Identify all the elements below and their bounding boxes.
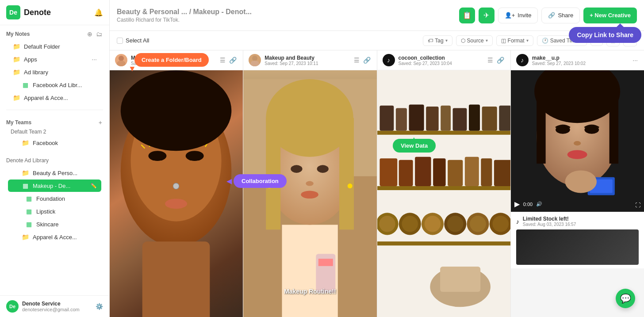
topbar-subtitle: Castillo Richard for TikTok. xyxy=(117,17,252,23)
create-folder-callout: Create a Folder/Board xyxy=(134,53,209,67)
card-title-group-2: Makeup and Beauty Saved: Sep 27, 2023 10… xyxy=(264,55,349,66)
breadcrumb-sep: / xyxy=(189,8,193,15)
sidebar-item-lipstick[interactable]: ▦ Lipstick xyxy=(8,205,101,218)
format-icon: ◫ xyxy=(501,38,506,44)
user-email: denoteservice@gmail.com xyxy=(22,307,92,312)
tag-icon: 🏷 xyxy=(428,38,433,44)
board-icon: ▦ xyxy=(25,221,33,228)
notes-btn[interactable]: 📋 xyxy=(459,8,475,23)
sidebar-item-makeup-de[interactable]: ▦ Makeup - De... ✏️ xyxy=(8,180,101,192)
chevron-down-icon: ▾ xyxy=(526,38,529,43)
svg-point-66 xyxy=(447,216,463,232)
sidebar: De Denote 🔔 My Notes ⊕ 🗂 📁 Default Folde… xyxy=(0,0,110,317)
sidebar-item-apps[interactable]: 📁 Apps ··· xyxy=(8,53,101,65)
svg-rect-29 xyxy=(339,118,354,230)
svg-rect-77 xyxy=(609,92,618,164)
play-button[interactable]: ▶ xyxy=(514,200,520,208)
topbar: Beauty & Personal ... / Makeup - Denot..… xyxy=(110,0,644,31)
sidebar-item-apparel[interactable]: 📁 Apparel & Acce... xyxy=(8,92,101,104)
sidebar-item-label: Ad library xyxy=(24,69,97,76)
shelf-svg xyxy=(377,70,510,317)
denote-ad-library-section: Denote Ad Library 📁 Beauty & Perso... ▦ … xyxy=(0,151,109,245)
svg-rect-55 xyxy=(448,160,463,186)
format-filter[interactable]: ◫ Format ▾ xyxy=(496,35,533,46)
sidebar-item-label: Facebook Ad Libr... xyxy=(33,82,97,88)
sidebar-item-foundation[interactable]: ▦ Foundation xyxy=(8,192,101,205)
card-image-1 xyxy=(110,70,243,317)
card-link-btn-2[interactable]: 🔗 xyxy=(362,56,372,65)
folder-icon: 📁 xyxy=(12,56,20,63)
svg-rect-49 xyxy=(482,107,497,131)
svg-point-32 xyxy=(306,181,314,186)
bell-icon[interactable]: 🔔 xyxy=(94,8,103,17)
sidebar-item-label: Apparel & Acce... xyxy=(33,234,97,241)
invite-btn[interactable]: 👤+ Invite xyxy=(498,8,538,23)
add-note-btn[interactable]: ⊕ xyxy=(86,30,93,38)
card-link-btn-1[interactable]: 🔗 xyxy=(228,56,238,65)
board-icon: ▦ xyxy=(25,195,33,202)
sidebar-item-beauty[interactable]: 📁 Beauty & Perso... xyxy=(8,167,101,179)
share-btn[interactable]: 🔗 Share xyxy=(541,8,580,23)
card-sub-saved: Saved: Aug 03, 2023 16:57 xyxy=(523,222,576,227)
my-notes-header: My Notes ⊕ 🗂 xyxy=(6,30,103,38)
card-face-overlay-1 xyxy=(110,70,243,317)
folder-icon: 📁 xyxy=(12,69,20,76)
sidebar-item-apparel2[interactable]: 📁 Apparel & Acce... xyxy=(8,231,101,243)
folder-icon: 📁 xyxy=(21,139,29,146)
source-filter[interactable]: ⬡ Source ▾ xyxy=(456,35,493,46)
face-svg-2 xyxy=(243,79,376,317)
svg-rect-50 xyxy=(499,106,510,131)
svg-rect-39 xyxy=(377,131,510,135)
card-header-2: Makeup and Beauty Saved: Sep 27, 2023 10… xyxy=(243,50,376,70)
chat-button[interactable]: 💬 xyxy=(616,289,635,308)
archive-note-btn[interactable]: 🗂 xyxy=(95,30,103,38)
tag-filter[interactable]: 🏷 Tag ▾ xyxy=(423,35,452,46)
sidebar-item-label: Apparel & Acce... xyxy=(24,95,97,101)
volume-icon[interactable]: 🔊 xyxy=(536,201,542,207)
select-all: Select All xyxy=(117,37,149,44)
arrow-viewdata: ▲ xyxy=(410,135,418,143)
card-more-btn-4[interactable]: ··· xyxy=(632,56,639,65)
svg-point-19 xyxy=(121,70,232,151)
sidebar-item-default-folder[interactable]: 📁 Default Folder xyxy=(8,40,101,53)
svg-point-18 xyxy=(165,199,187,209)
card-face-overlay-2 xyxy=(243,70,376,317)
fullscreen-icon[interactable]: ⛶ xyxy=(635,202,640,208)
card-title-group-4: make__u.p Saved: Sep 27, 2023 10:02 xyxy=(532,55,629,66)
card-avatar-3: ♪ xyxy=(383,54,395,66)
user-name: Denote Service xyxy=(22,301,92,307)
denote-ad-library-title: Denote Ad Library xyxy=(6,156,103,166)
card-list-btn-2[interactable]: ☰ xyxy=(353,56,360,65)
svg-point-0 xyxy=(119,56,124,61)
select-all-label: Select All xyxy=(126,37,149,44)
board-icon: ▦ xyxy=(21,182,29,189)
svg-point-6 xyxy=(173,183,179,189)
more-options-icon[interactable]: ··· xyxy=(92,56,97,63)
copy-link-tooltip[interactable]: Copy Link to Share xyxy=(569,27,641,43)
card-list-btn-3[interactable]: ☰ xyxy=(487,56,494,65)
topbar-actions: 📋 ✈ 👤+ Invite 🔗 Share + New Creative Cop… xyxy=(459,8,637,23)
sidebar-item-label: Makeup - De... xyxy=(33,183,86,189)
sidebar-item-ad-library[interactable]: 📁 Ad library xyxy=(8,66,101,78)
breadcrumb-part1: Beauty & Personal ... xyxy=(117,8,187,15)
breadcrumb: Beauty & Personal ... / Makeup - Denot..… xyxy=(117,8,252,16)
settings-icon[interactable]: ⚙️ xyxy=(96,303,103,310)
svg-point-81 xyxy=(567,150,587,159)
card-link-btn-3[interactable]: 🔗 xyxy=(496,56,505,65)
user-info: Denote Service denoteservice@gmail.com xyxy=(22,301,92,312)
svg-point-21 xyxy=(252,56,257,61)
sidebar-footer: De Denote Service denoteservice@gmail.co… xyxy=(0,295,109,317)
select-all-checkbox[interactable] xyxy=(117,38,123,44)
new-creative-btn[interactable]: + New Creative xyxy=(583,8,637,23)
edit-icon[interactable]: ✏️ xyxy=(91,183,97,189)
add-team-btn[interactable]: + xyxy=(98,118,103,127)
send-btn[interactable]: ✈ xyxy=(479,8,494,23)
sidebar-item-skincare[interactable]: ▦ Skincare xyxy=(8,218,101,230)
sidebar-item-facebook[interactable]: 📁 Facebook xyxy=(8,137,101,149)
svg-point-64 xyxy=(424,216,440,232)
tiktok-logo-small: ♪ xyxy=(387,57,390,64)
card-list-btn-1[interactable]: ☰ xyxy=(219,56,226,65)
svg-point-62 xyxy=(402,216,418,232)
sidebar-item-facebook-ad[interactable]: ▦ Facebook Ad Libr... xyxy=(8,79,101,91)
board-icon: ▦ xyxy=(21,81,29,88)
